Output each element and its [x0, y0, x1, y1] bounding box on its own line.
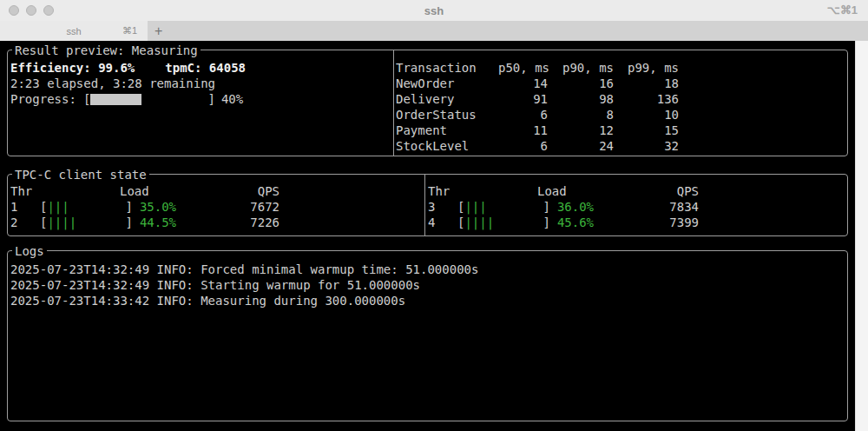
- p50-value: 6: [498, 138, 548, 154]
- p90-value: 12: [548, 123, 614, 138]
- p50-value: 14: [498, 76, 548, 91]
- load-meter-close-bracket: ]: [125, 215, 132, 230]
- minimize-window-icon[interactable]: [26, 5, 36, 16]
- thread-row: 1[|||]35.0%7672: [10, 199, 424, 215]
- load-percent: 35.0%: [140, 199, 183, 215]
- vertical-divider: [393, 50, 394, 156]
- load-meter-open-bracket: [: [40, 199, 47, 215]
- thread-id: 4: [428, 215, 457, 230]
- thread-row: 3[|||]36.0%7834: [428, 199, 844, 215]
- p90-value: 8: [548, 107, 614, 123]
- p99-value: 136: [614, 91, 679, 107]
- log-line: 2025-07-23T14:32:49 INFO: Forced minimal…: [10, 262, 844, 277]
- log-line: 2025-07-23T14:32:49 INFO: Starting warmu…: [10, 277, 844, 293]
- new-tab-button[interactable]: +: [148, 21, 162, 41]
- thr-column-header: Thr: [428, 183, 457, 199]
- tab-label: ssh: [66, 26, 81, 36]
- threads-panel-left: ThrLoadQPS1[|||]35.0%76722[||||]44.5%722…: [10, 183, 424, 230]
- tpmc-value: tpmC: 64058: [165, 61, 246, 75]
- thread-id: 1: [10, 199, 40, 215]
- client-state-title: TPC-C client state: [12, 167, 149, 182]
- p99-value: 15: [614, 123, 679, 138]
- qps-value: 7226: [183, 215, 424, 230]
- qps-value: 7399: [601, 215, 844, 230]
- log-lines: 2025-07-23T14:32:49 INFO: Forced minimal…: [10, 262, 844, 308]
- zoom-window-icon[interactable]: [43, 5, 54, 16]
- load-meter-close-bracket: ]: [542, 199, 549, 215]
- thread-row: 2[||||]44.5%7226: [10, 215, 424, 230]
- plus-icon: +: [155, 23, 162, 39]
- client-state-box: TPC-C client state ThrLoadQPS1[|||]35.0%…: [7, 174, 848, 236]
- thread-row: 4[||||]45.6%7399: [428, 215, 844, 230]
- progress-open-bracket: [: [83, 92, 90, 106]
- vertical-divider: [424, 175, 425, 235]
- result-preview-title: Result preview: Measuring: [12, 43, 201, 58]
- load-meter-bars: |||: [464, 199, 542, 215]
- p99-value: 10: [614, 107, 679, 123]
- close-window-icon[interactable]: [9, 5, 19, 16]
- result-summary: Efficiency: 99.6%tpmC: 64058 2:23 elapse…: [10, 60, 389, 107]
- transaction-row: StockLevel62432: [396, 138, 844, 154]
- title-bar: ssh ⌥⌘1: [0, 0, 868, 21]
- progress-close-bracket: ]: [207, 92, 214, 106]
- threads-header: ThrLoadQPS: [10, 183, 424, 199]
- iterm-window: ssh ⌥⌘1 ssh ⌘1 + Result preview: Measuri…: [0, 0, 868, 431]
- load-meter-bars: ||||: [464, 215, 542, 230]
- window-title: ssh: [0, 4, 868, 17]
- threads-panel-right: ThrLoadQPS3[|||]36.0%78344[||||]45.6%739…: [428, 183, 844, 230]
- transaction-row: NewOrder141618: [396, 76, 844, 91]
- efficiency-row: Efficiency: 99.6%tpmC: 64058: [10, 60, 389, 76]
- load-meter-open-bracket: [: [457, 199, 464, 215]
- load-meter-bars: |||: [47, 199, 125, 215]
- terminal-screen: Result preview: Measuring Efficiency: 99…: [0, 41, 855, 431]
- traffic-lights: [0, 5, 54, 16]
- load-percent: 45.6%: [557, 215, 601, 230]
- transaction-table-body: NewOrder141618Delivery9198136OrderStatus…: [396, 76, 844, 154]
- p99-value: 18: [614, 76, 679, 91]
- progress-bar-fill: [90, 94, 141, 105]
- transaction-name: OrderStatus: [396, 107, 498, 123]
- load-meter-bars: ||||: [47, 215, 125, 230]
- p50-value: 11: [498, 123, 548, 138]
- efficiency-value: Efficiency: 99.6%: [10, 61, 135, 75]
- result-preview-box: Result preview: Measuring Efficiency: 99…: [7, 50, 848, 156]
- progress-percent: 40%: [221, 92, 243, 106]
- transaction-row: Delivery9198136: [396, 91, 844, 107]
- transaction-row: Payment111215: [396, 123, 844, 138]
- window-shortcut-badge: ⌥⌘1: [827, 3, 858, 17]
- load-meter-close-bracket: ]: [125, 199, 132, 215]
- load-percent: 44.5%: [140, 215, 183, 230]
- p99-value: 32: [614, 138, 679, 154]
- transaction-row: OrderStatus6810: [396, 107, 844, 123]
- transaction-name: Delivery: [396, 91, 498, 107]
- load-meter-open-bracket: [: [40, 215, 47, 230]
- p90-value: 24: [548, 138, 614, 154]
- load-column-header: Load: [537, 183, 567, 199]
- transaction-name: NewOrder: [396, 76, 498, 91]
- qps-value: 7834: [601, 199, 844, 215]
- tab-ssh[interactable]: ssh ⌘1: [0, 21, 148, 41]
- threads-header: ThrLoadQPS: [428, 183, 844, 199]
- transaction-name: Payment: [396, 123, 498, 138]
- thr-column-header: Thr: [10, 183, 40, 199]
- qps-value: 7672: [183, 199, 424, 215]
- p90-value: 98: [548, 91, 614, 107]
- logs-title: Logs: [12, 243, 47, 259]
- p50-value: 91: [498, 91, 548, 107]
- transaction-name: StockLevel: [396, 138, 498, 154]
- progress-row: Progress:[]40%: [10, 91, 389, 107]
- tab-shortcut-badge: ⌘1: [122, 25, 137, 36]
- progress-bar: [90, 94, 207, 105]
- load-meter-open-bracket: [: [457, 215, 464, 230]
- thread-id: 2: [10, 215, 40, 230]
- load-meter-close-bracket: ]: [542, 215, 549, 230]
- p90-value: 16: [548, 76, 614, 91]
- log-line: 2025-07-23T14:33:42 INFO: Measuring duri…: [10, 293, 844, 308]
- tab-bar: ssh ⌘1 +: [0, 21, 868, 41]
- terminal-scrollbar[interactable]: [855, 41, 868, 431]
- qps-column-header: QPS: [567, 183, 844, 199]
- progress-label: Progress:: [10, 91, 83, 107]
- thread-id: 3: [428, 199, 457, 215]
- transaction-table-header: Transaction p50, ms p90, ms p99, ms: [396, 60, 844, 76]
- load-column-header: Load: [120, 183, 149, 199]
